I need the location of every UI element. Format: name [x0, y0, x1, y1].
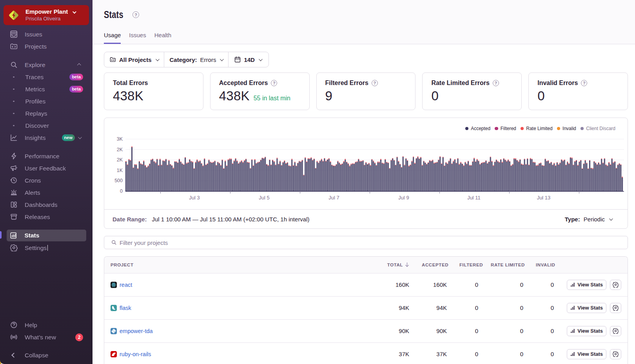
svg-text:Jul 5: Jul 5	[259, 195, 269, 201]
svg-text:2K: 2K	[117, 147, 123, 152]
svg-text:500: 500	[114, 178, 123, 183]
svg-text:0: 0	[120, 188, 123, 194]
svg-text:Jul 13: Jul 13	[537, 195, 551, 201]
svg-text:1K: 1K	[117, 168, 123, 173]
svg-text:Jul 9: Jul 9	[398, 195, 409, 201]
svg-text:3K: 3K	[117, 136, 123, 142]
svg-text:Jul 7: Jul 7	[328, 195, 339, 201]
svg-text:Jul 11: Jul 11	[467, 195, 481, 201]
svg-text:2K: 2K	[117, 157, 123, 163]
svg-text:Jul 3: Jul 3	[189, 195, 200, 201]
